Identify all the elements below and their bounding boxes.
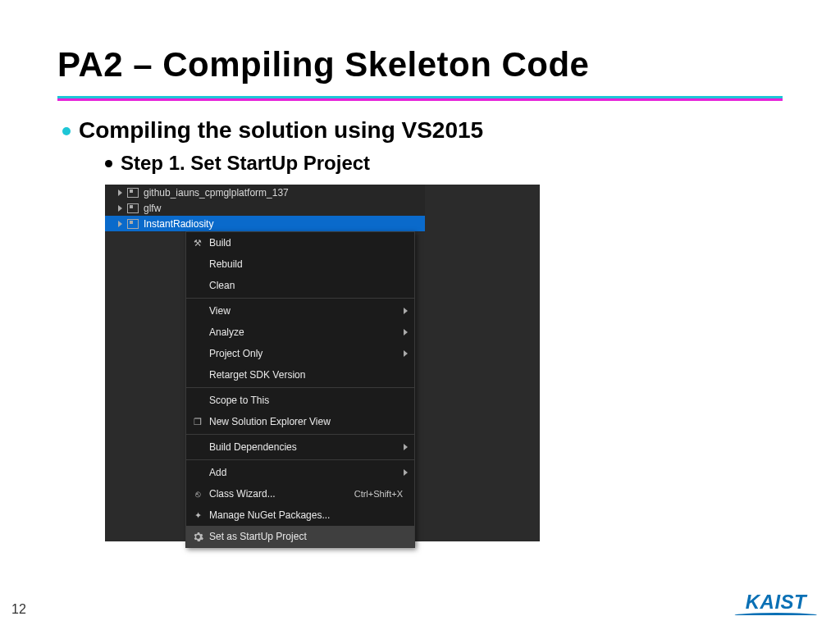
project-label: InstantRadiosity (144, 218, 213, 230)
package-icon: ✦ (186, 510, 209, 521)
bullet-text: Compiling the solution using VS2015 (79, 117, 483, 144)
submenu-arrow-icon (404, 469, 408, 476)
menu-item[interactable]: ✦Manage NuGet Packages... (186, 504, 414, 526)
expand-icon[interactable] (118, 205, 122, 212)
menu-item[interactable]: View (186, 300, 414, 322)
logo-swoosh (735, 610, 817, 619)
menu-item-label: Scope to This (209, 395, 414, 406)
menu-separator (186, 434, 414, 435)
menu-item[interactable]: Clean (186, 275, 414, 296)
menu-item[interactable]: Retarget SDK Version (186, 364, 414, 386)
menu-item[interactable]: Scope to This (186, 390, 414, 411)
context-menu: ⚒BuildRebuildCleanViewAnalyzeProject Onl… (185, 231, 415, 548)
slide-title: PA2 – Compiling Skeleton Code (57, 45, 783, 84)
menu-item[interactable]: Build Dependencies (186, 436, 414, 458)
menu-item-label: New Solution Explorer View (209, 416, 414, 427)
project-label: github_iauns_cpmglplatform_137 (144, 187, 289, 199)
menu-separator (186, 298, 414, 299)
project-node-selected[interactable]: InstantRadiosity (105, 216, 425, 231)
bullet-dot (62, 127, 71, 135)
page-number: 12 (11, 602, 26, 617)
menu-item[interactable]: Project Only (186, 343, 414, 364)
bullet-dot (105, 160, 112, 167)
project-icon (127, 203, 139, 213)
wizard-icon: ⎋ (186, 489, 209, 499)
menu-item-label: Retarget SDK Version (209, 369, 414, 381)
project-label: glfw (144, 203, 161, 214)
menu-item-shortcut: Ctrl+Shift+X (354, 489, 414, 499)
title-divider (57, 96, 783, 101)
menu-item[interactable]: ⚒Build (186, 232, 414, 253)
menu-item-label: View (209, 305, 414, 317)
submenu-arrow-icon (404, 444, 408, 450)
menu-item-label: Clean (209, 280, 414, 291)
menu-item-label: Add (209, 467, 414, 478)
menu-item[interactable]: ⎋Class Wizard...Ctrl+Shift+X (186, 483, 414, 504)
menu-item[interactable]: Add (186, 462, 414, 483)
project-node[interactable]: glfw (105, 200, 425, 216)
submenu-arrow-icon (404, 329, 408, 336)
project-icon (127, 219, 139, 229)
menu-item[interactable]: Set as StartUp Project (186, 526, 414, 547)
window-icon: ❐ (186, 417, 209, 427)
menu-separator (186, 387, 414, 388)
menu-item-label: Class Wizard... (209, 488, 354, 500)
menu-item-label: Analyze (209, 326, 414, 338)
project-icon (127, 188, 139, 198)
menu-item-label: Manage NuGet Packages... (209, 509, 414, 521)
menu-item-label: Project Only (209, 348, 414, 359)
submenu-arrow-icon (404, 350, 408, 357)
menu-separator (186, 459, 414, 460)
menu-item-label: Rebuild (209, 258, 414, 270)
menu-item[interactable]: ❐New Solution Explorer View (186, 411, 414, 432)
content-area: Compiling the solution using VS2015 Step… (57, 117, 783, 541)
expand-icon[interactable] (118, 189, 122, 196)
project-node[interactable]: github_iauns_cpmglplatform_137 (105, 185, 425, 200)
menu-item-label: Build Dependencies (209, 441, 414, 453)
screenshot-vs2015: github_iauns_cpmglplatform_137 glfw Inst… (105, 185, 540, 541)
build-icon: ⚒ (186, 238, 209, 249)
submenu-arrow-icon (404, 308, 408, 314)
menu-item[interactable]: Analyze (186, 322, 414, 343)
kaist-logo: KAIST (735, 591, 817, 619)
menu-item-label: Build (209, 237, 414, 249)
menu-item[interactable]: Rebuild (186, 253, 414, 275)
bullet-text: Step 1. Set StartUp Project (121, 152, 370, 175)
menu-item-label: Set as StartUp Project (209, 531, 414, 542)
expand-icon[interactable] (118, 221, 122, 227)
bullet-level-1: Compiling the solution using VS2015 (62, 117, 783, 144)
bullet-level-2: Step 1. Set StartUp Project (105, 152, 783, 175)
gear-icon (186, 532, 209, 542)
solution-explorer: github_iauns_cpmglplatform_137 glfw Inst… (105, 185, 425, 231)
slide: PA2 – Compiling Skeleton Code Compiling … (0, 0, 840, 630)
